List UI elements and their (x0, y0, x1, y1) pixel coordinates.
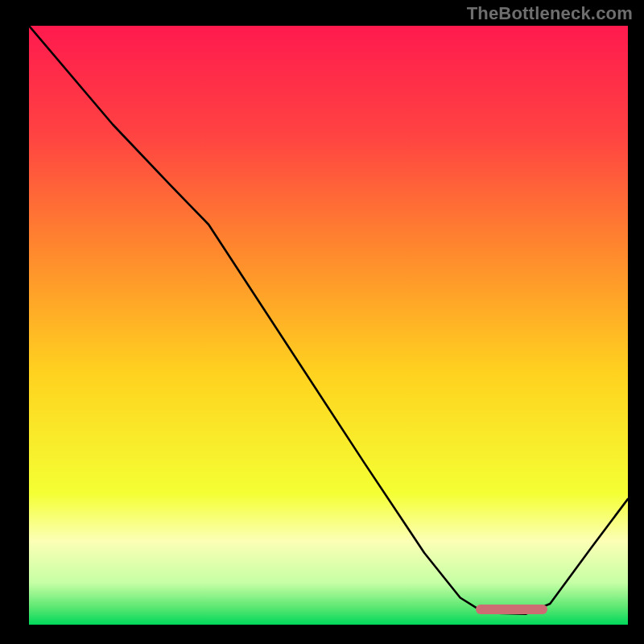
curve (29, 26, 628, 625)
plot-area (29, 26, 628, 625)
curve-path (29, 26, 628, 614)
highlight-marker (476, 605, 547, 614)
watermark-text: TheBottleneck.com (467, 3, 633, 24)
page-root: TheBottleneck.com (0, 0, 644, 644)
